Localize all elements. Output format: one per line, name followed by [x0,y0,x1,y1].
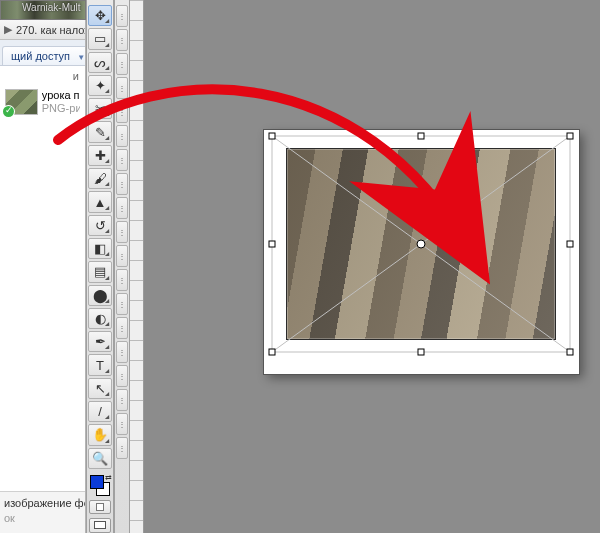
placed-image-layer[interactable] [286,148,556,340]
flyout-handle[interactable]: ⋮ [116,173,128,195]
file-thumbnail: ✓ [5,89,38,115]
foreground-color-swatch[interactable] [90,475,104,489]
svg-rect-7 [567,241,573,247]
flyout-handle[interactable]: ⋮ [116,101,128,123]
dodge-icon: ◐ [95,311,106,326]
breadcrumb[interactable]: ▶ 270. как наложи… [0,20,85,40]
quick-mask-toggle[interactable] [89,500,111,514]
type-icon: T [96,358,104,373]
history-brush-tool[interactable]: ↺ [88,215,112,236]
move-tool[interactable]: ✥ [88,5,112,26]
svg-rect-9 [418,349,424,355]
explorer-tabbar: щий доступ ▼ [0,40,85,66]
marquee-tool[interactable]: ▭ [88,28,112,49]
shape-tool[interactable]: / [88,401,112,422]
zoom-icon: 🔍 [92,451,108,466]
flyout-handle[interactable]: ⋮ [116,389,128,411]
svg-rect-8 [269,349,275,355]
dodge-tool[interactable]: ◐ [88,308,112,329]
svg-rect-6 [269,241,275,247]
crop-icon: ✂ [95,101,106,116]
screen-mode-button[interactable] [89,518,111,533]
file-meta: урока п PNG-ри [42,89,80,115]
flyout-handle[interactable]: ⋮ [116,197,128,219]
flyout-handle[interactable]: ⋮ [116,341,128,363]
flyout-handle[interactable]: ⋮ [116,413,128,435]
path-icon: ↖ [95,381,106,396]
healing-tool[interactable]: ✚ [88,145,112,166]
app-root: Warniak-Mult ▶ 270. как наложи… щий дост… [0,0,600,533]
path-select-tool[interactable]: ↖ [88,378,112,399]
pen-icon: ✒ [95,334,106,349]
toolbox-flyout-column: ⋮ ⋮ ⋮ ⋮ ⋮ ⋮ ⋮ ⋮ ⋮ ⋮ ⋮ ⋮ ⋮ ⋮ ⋮ ⋮ ⋮ ⋮ ⋮ [114,0,130,533]
svg-rect-10 [567,349,573,355]
wand-icon: ✦ [95,78,106,93]
tab-shared-access[interactable]: щий доступ ▼ [2,46,85,65]
flyout-handle[interactable]: ⋮ [116,269,128,291]
blur-tool[interactable]: ⬤ [88,285,112,306]
breadcrumb-text: 270. как наложи… [16,24,85,36]
sync-check-icon: ✓ [5,105,13,115]
healing-icon: ✚ [95,148,106,163]
file-list[interactable]: и ✓ урока п PNG-ри [0,66,85,491]
canvas-area[interactable] [144,0,600,533]
file-name: урока п [42,89,80,102]
shape-icon: / [98,404,102,419]
breadcrumb-arrow-icon: ▶ [4,23,12,36]
eyedropper-tool[interactable]: ✎ [88,121,112,142]
document-canvas[interactable] [264,130,579,374]
flyout-handle[interactable]: ⋮ [116,245,128,267]
color-swatches[interactable]: ⇄ [88,473,112,498]
list-item[interactable]: ✓ урока п PNG-ри [2,86,83,118]
stamp-tool[interactable]: ▲ [88,191,112,212]
flyout-handle[interactable]: ⋮ [116,53,128,75]
swap-colors-icon[interactable]: ⇄ [105,473,112,482]
svg-rect-4 [418,133,424,139]
zoom-tool[interactable]: 🔍 [88,448,112,469]
chevron-down-icon: ▼ [77,53,85,62]
explorer-panel: Warniak-Mult ▶ 270. как наложи… щий дост… [0,0,86,533]
move-icon: ✥ [95,8,106,23]
gradient-tool[interactable]: ▤ [88,261,112,282]
flyout-handle[interactable]: ⋮ [116,29,128,51]
flyout-handle[interactable]: ⋮ [116,77,128,99]
flyout-handle[interactable]: ⋮ [116,125,128,147]
type-tool[interactable]: T [88,354,112,375]
vertical-ruler[interactable] [130,0,144,533]
column-header-fragment: и [73,70,79,82]
hand-tool[interactable]: ✋ [88,424,112,445]
footer-line2: ок [4,511,81,525]
flyout-handle[interactable]: ⋮ [116,221,128,243]
footer-line1: изображение фон [4,496,81,510]
tab-label: щий доступ [11,50,70,62]
flyout-handle[interactable]: ⋮ [116,149,128,171]
flyout-handle[interactable]: ⋮ [116,437,128,459]
brush-tool[interactable]: 🖌 [88,168,112,189]
lasso-tool[interactable]: ᔕ [88,52,112,73]
svg-rect-5 [567,133,573,139]
history-icon: ↺ [95,218,106,233]
eraser-tool[interactable]: ◧ [88,238,112,259]
flyout-handle[interactable]: ⋮ [116,5,128,27]
svg-rect-3 [269,133,275,139]
flyout-handle[interactable]: ⋮ [116,293,128,315]
magic-wand-tool[interactable]: ✦ [88,75,112,96]
flyout-handle[interactable]: ⋮ [116,317,128,339]
status-footer: изображение фон ок [0,491,85,533]
toolbox: ✥ ▭ ᔕ ✦ ✂ ✎ ✚ 🖌 ▲ ↺ ◧ ▤ ⬤ ◐ ✒ T ↖ / ✋ 🔍 … [86,0,114,533]
crop-tool[interactable]: ✂ [88,98,112,119]
file-type: PNG-ри [42,102,80,115]
pen-tool[interactable]: ✒ [88,331,112,352]
eyedropper-icon: ✎ [95,125,106,140]
flyout-handle[interactable]: ⋮ [116,365,128,387]
folder-preview-strip: Warniak-Mult [0,0,86,20]
window-title-fragment: Warniak-Mult [22,2,84,13]
